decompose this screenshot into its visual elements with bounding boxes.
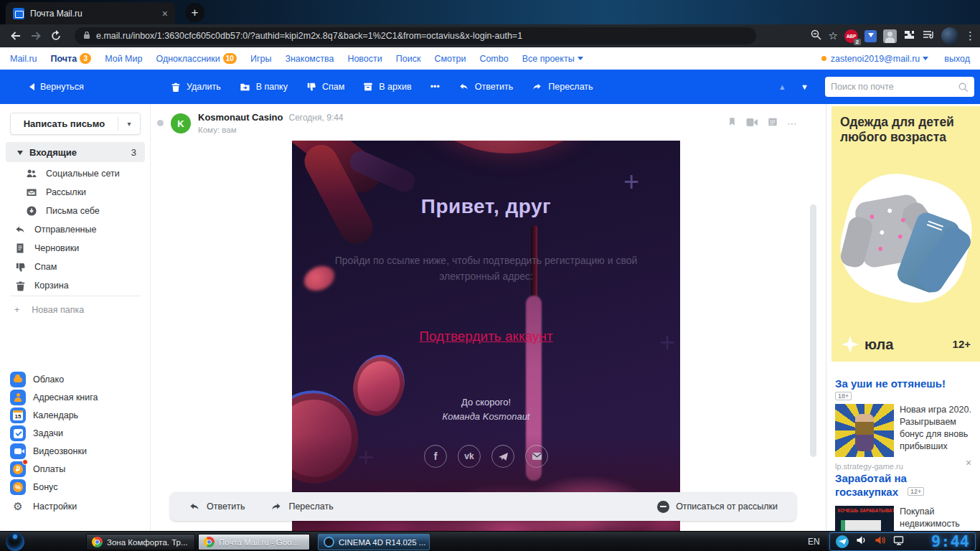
folder-inbox[interactable]: Входящие 3 (6, 142, 145, 162)
tab-close-icon[interactable]: × (162, 8, 168, 19)
archive-button[interactable]: В архив (363, 82, 411, 92)
flag-bookmark-icon[interactable] (727, 116, 737, 130)
reply-button[interactable]: Ответить (458, 82, 513, 92)
compose-options-caret[interactable]: ▾ (118, 120, 140, 128)
email-heading: Привет, друг (292, 195, 680, 218)
ad-game-title[interactable]: За уши не оттянешь! (835, 377, 946, 391)
ad-domain: lp.strategy-game.ru (835, 462, 903, 471)
download-extension-icon[interactable] (864, 30, 877, 42)
back-to-list-button[interactable]: Вернуться (26, 70, 84, 104)
portal-mail[interactable]: Почта3 (51, 53, 92, 64)
recipients[interactable]: Кому: вам (198, 126, 237, 134)
profile-extension-icon[interactable] (883, 29, 897, 43)
ad-close-icon[interactable]: × (966, 457, 971, 468)
search-icon[interactable] (958, 82, 969, 93)
zoom-icon[interactable] (810, 29, 822, 44)
ad-game-image[interactable] (835, 404, 894, 457)
portal-news[interactable]: Новости (347, 54, 382, 64)
unsubscribe-button[interactable]: Отписаться от рассылки (657, 501, 778, 513)
confirm-account-link[interactable]: Подтвердить аккаунт (419, 329, 552, 344)
expand-triangle-icon[interactable] (17, 151, 23, 158)
folder-drafts[interactable]: Черновики (14, 239, 79, 258)
portal-moymir[interactable]: Мой Мир (105, 54, 142, 64)
mail-badge: 3 (80, 53, 91, 64)
adblock-icon[interactable]: ABP 2 (844, 29, 858, 43)
footer-reply-button[interactable]: Ответить (189, 501, 245, 512)
message-more-icon[interactable]: ⋯ (787, 118, 798, 129)
folder-to-self[interactable]: Письма себе (26, 202, 100, 220)
calendar-grid-icon[interactable] (768, 116, 778, 130)
tray-clock[interactable]: 9:44 (931, 532, 969, 551)
app-payments[interactable]: ₽ Оплаты (10, 461, 65, 478)
extensions-puzzle-icon[interactable] (903, 29, 915, 44)
folder-trash[interactable]: Корзина (14, 276, 69, 295)
sender-avatar[interactable]: K (171, 113, 191, 133)
volume-mixer-icon[interactable] (875, 535, 886, 548)
gear-icon: ⚙ (10, 500, 26, 513)
folder-social[interactable]: Социальные сети (26, 164, 120, 183)
speaker-icon[interactable] (856, 535, 867, 548)
portal-odnoklassniki[interactable]: Одноклассники10 (156, 53, 236, 64)
document-icon (14, 242, 26, 254)
more-actions-button[interactable]: ••• (430, 82, 440, 92)
compose-button[interactable]: Написать письмо ▾ (10, 113, 141, 135)
folder-sent[interactable]: Отправленные (14, 220, 96, 239)
app-contacts[interactable]: Адресная книга (10, 389, 98, 406)
delete-button[interactable]: Удалить (171, 82, 221, 93)
telegram-tray-icon[interactable] (836, 535, 849, 548)
logout-link[interactable]: выход (944, 54, 970, 64)
mail-search-input[interactable] (831, 82, 958, 92)
video-camera-icon[interactable] (746, 117, 758, 130)
folder-newsletters[interactable]: Рассылки (26, 183, 86, 202)
move-to-folder-button[interactable]: В папку (240, 82, 288, 92)
footer-forward-button[interactable]: Переслать (270, 501, 333, 512)
spam-button[interactable]: Спам (306, 82, 344, 92)
browser-tabstrip: Почта Mail.ru × + (0, 0, 980, 24)
app-bonus[interactable]: % Бонус (10, 479, 57, 496)
app-videocalls[interactable]: Видеозвонки (10, 443, 87, 460)
ad-gos-title[interactable]: Заработай на госзакупках (835, 472, 950, 499)
scrollbar-thumb[interactable] (810, 204, 816, 457)
folder-spam[interactable]: Спам (14, 258, 57, 276)
taskbar-window-2[interactable]: Почта Mail.ru - Goo... (198, 534, 310, 550)
back-icon[interactable] (6, 26, 26, 46)
app-tasks[interactable]: Задачи (10, 425, 63, 442)
unread-indicator[interactable] (157, 120, 164, 126)
cinema4d-icon (324, 537, 334, 547)
browser-profile-avatar[interactable] (941, 27, 958, 44)
account-menu[interactable]: zastenoi2019@mail.ru (831, 54, 929, 64)
taskbar-window-1[interactable]: Зона Комфорта. Тр... (86, 534, 195, 550)
app-calendar[interactable]: 15 Календарь (10, 407, 78, 424)
portal-mailru[interactable]: Mail.ru (10, 54, 37, 64)
app-cloud[interactable]: Облако (10, 371, 64, 388)
ad-game-text[interactable]: Новая игра 2020. Разыгрываем бонус для в… (900, 404, 976, 453)
browser-menu-icon[interactable]: ⋮ (965, 29, 976, 42)
portal-dating[interactable]: Знакомства (285, 54, 334, 64)
portal-search[interactable]: Поиск (396, 54, 421, 64)
network-display-icon[interactable] (893, 535, 905, 549)
start-button[interactable] (6, 532, 24, 551)
prev-message-button[interactable]: ▲ (778, 70, 786, 104)
portal-watch[interactable]: Смотри (434, 54, 466, 64)
portal-all-projects[interactable]: Все проекты (522, 54, 583, 64)
reload-icon[interactable] (46, 26, 66, 46)
forward-icon[interactable] (26, 26, 46, 46)
next-message-button[interactable]: ▼ (801, 70, 809, 104)
new-folder-button[interactable]: + Новая папка (14, 305, 84, 315)
taskbar-window-3[interactable]: CINEMA 4D R14.025 ... (318, 534, 430, 550)
message-footer-bar: Ответить Переслать Отписаться от рассылк… (170, 492, 796, 521)
calendar-icon: 15 (10, 408, 26, 423)
media-playlist-icon[interactable] (922, 29, 935, 43)
ad-yula[interactable]: Одежда для детей любого возраста юла 12+ (831, 106, 980, 362)
portal-games[interactable]: Игры (250, 54, 271, 64)
portal-combo[interactable]: Combo (479, 54, 508, 64)
url-bar[interactable]: e.mail.ru/inbox/1:3630cfc605c0db57:0/?au… (75, 27, 756, 44)
bookmark-star-icon[interactable]: ☆ (829, 29, 838, 42)
new-tab-button[interactable]: + (185, 3, 204, 22)
app-settings[interactable]: ⚙ Настройки (10, 498, 77, 515)
forward-button[interactable]: Переслать (532, 82, 593, 92)
browser-tab[interactable]: Почта Mail.ru × (6, 2, 175, 24)
language-indicator[interactable]: EN (808, 537, 820, 547)
thumbs-down-icon (14, 261, 26, 273)
sender-name[interactable]: Kosmonaut Casino (198, 112, 283, 123)
